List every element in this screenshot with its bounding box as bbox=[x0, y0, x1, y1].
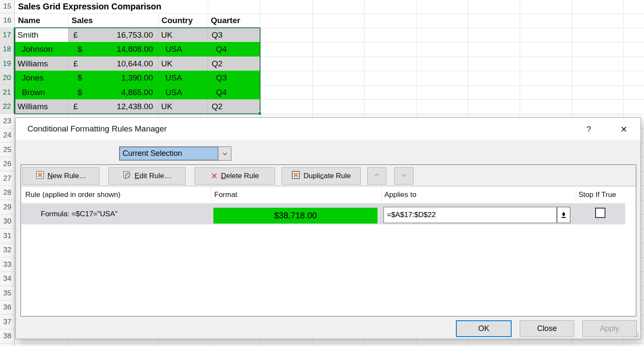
row-header-21[interactable]: 21 bbox=[0, 85, 15, 100]
cell-sales[interactable]: £10,644.00 bbox=[69, 57, 159, 71]
new-rule-button[interactable]: New Rule… bbox=[22, 167, 99, 185]
row-header-16[interactable]: 16 bbox=[0, 13, 15, 28]
row-header-35[interactable]: 35 bbox=[0, 286, 15, 301]
edit-pencil-icon bbox=[123, 171, 132, 181]
currency-symbol: $ bbox=[78, 73, 82, 83]
conditional-formatting-rules-manager-dialog: Conditional Formatting Rules Manager ? ✕… bbox=[15, 117, 641, 339]
cell-sales[interactable]: $4,865.00 bbox=[69, 85, 159, 100]
cell-name[interactable]: Brown bbox=[15, 85, 69, 100]
row-header-27[interactable]: 27 bbox=[0, 171, 15, 186]
cell-name[interactable]: Smith bbox=[15, 28, 69, 42]
cell-country[interactable]: UK bbox=[159, 99, 208, 114]
cell-sheet-title[interactable]: Sales Grid Expression Comparison bbox=[15, 0, 208, 13]
row-header-29[interactable]: 29 bbox=[0, 200, 15, 215]
row-header-24[interactable]: 24 bbox=[0, 128, 15, 143]
cell-sales[interactable]: $1,390.00 bbox=[69, 71, 159, 85]
cell-name[interactable]: Williams bbox=[15, 57, 69, 71]
chevron-down-icon[interactable] bbox=[218, 147, 231, 160]
resize-grip-icon[interactable] bbox=[634, 332, 639, 340]
row-header-37[interactable]: 37 bbox=[0, 315, 15, 329]
dialog-title: Conditional Formatting Rules Manager bbox=[27, 124, 167, 134]
button-label: Duplicate Rule bbox=[303, 172, 351, 180]
row-header-31[interactable]: 31 bbox=[0, 229, 15, 243]
row-header-18[interactable]: 18 bbox=[0, 42, 15, 57]
row-header-19[interactable]: 19 bbox=[0, 57, 15, 71]
cell-name[interactable]: Jones bbox=[15, 71, 69, 85]
row-header-32[interactable]: 32 bbox=[0, 243, 15, 257]
edit-rule-button[interactable]: Edit Rule… bbox=[108, 167, 186, 185]
scope-dropdown-value: Current Selection bbox=[120, 147, 218, 160]
currency-symbol: $ bbox=[78, 88, 82, 97]
help-button[interactable]: ? bbox=[581, 123, 596, 136]
rules-toolbar: New Rule… Edit Rule… ✕ Delete Rule D bbox=[21, 165, 636, 186]
apply-button-disabled: Apply bbox=[582, 320, 637, 337]
stop-if-true-checkbox[interactable] bbox=[595, 208, 605, 218]
amount-value: 1,390.00 bbox=[121, 73, 153, 83]
cell-name[interactable]: Johnson bbox=[15, 42, 69, 57]
cell-header-country[interactable]: Country bbox=[159, 13, 208, 27]
row-header-15[interactable]: 15 bbox=[0, 0, 15, 13]
row-header-25[interactable]: 25 bbox=[0, 143, 15, 157]
row-header-28[interactable]: 28 bbox=[0, 185, 15, 200]
rule-row[interactable]: Formula: =$C17="USA" $38,718.00 bbox=[21, 203, 625, 224]
move-rule-up-button[interactable] bbox=[367, 167, 386, 185]
row-header-20[interactable]: 20 bbox=[0, 71, 15, 85]
cell-name[interactable]: Williams bbox=[15, 99, 69, 114]
button-label: Edit Rule… bbox=[135, 172, 171, 180]
row-header-column: 1516171819202122232425262728293031323334… bbox=[0, 0, 15, 346]
column-header-rule: Rule (applied in order shown) bbox=[25, 186, 120, 203]
gridline bbox=[0, 343, 644, 344]
applies-to-input[interactable] bbox=[383, 207, 557, 223]
row-header-22[interactable]: 22 bbox=[0, 99, 15, 114]
cell-quarter[interactable]: Q3 bbox=[208, 28, 260, 42]
row-header-34[interactable]: 34 bbox=[0, 271, 15, 286]
row-header-36[interactable]: 36 bbox=[0, 300, 15, 315]
column-header-stop-if-true: Stop If True bbox=[578, 186, 616, 203]
header-separator bbox=[211, 188, 211, 202]
red-x-icon: ✕ bbox=[211, 172, 218, 180]
ok-button[interactable]: OK bbox=[456, 320, 512, 337]
currency-symbol: £ bbox=[73, 30, 78, 40]
cell-sales[interactable]: £16,753.00 bbox=[69, 28, 159, 42]
excel-application: 1516171819202122232425262728293031323334… bbox=[0, 0, 644, 346]
scope-dropdown[interactable]: Current Selection bbox=[119, 146, 231, 161]
cell-sales[interactable]: £12,438.00 bbox=[69, 99, 159, 114]
selection-fill-handle[interactable] bbox=[258, 112, 261, 115]
row-header-26[interactable]: 26 bbox=[0, 157, 15, 171]
dialog-title-bar[interactable]: Conditional Formatting Rules Manager ? ✕ bbox=[16, 118, 641, 140]
table-grid-icon bbox=[36, 171, 45, 181]
button-label: Delete Rule bbox=[221, 172, 259, 180]
chevron-up-icon bbox=[373, 171, 381, 181]
currency-symbol: $ bbox=[78, 45, 82, 54]
cell-header-name[interactable]: Name bbox=[15, 13, 69, 27]
header-separator bbox=[381, 188, 382, 202]
cell-quarter[interactable]: Q2 bbox=[208, 99, 260, 114]
cell-country[interactable]: USA bbox=[159, 85, 208, 100]
cell-quarter[interactable]: Q4 bbox=[208, 42, 260, 57]
cell-country[interactable]: USA bbox=[159, 42, 208, 57]
close-dialog-button[interactable]: ✕ bbox=[617, 123, 631, 136]
cell-country[interactable]: USA bbox=[159, 71, 208, 85]
row-header-17[interactable]: 17 bbox=[0, 28, 15, 42]
move-rule-down-button[interactable] bbox=[394, 167, 413, 185]
row-header-33[interactable]: 33 bbox=[0, 257, 15, 272]
delete-rule-button[interactable]: ✕ Delete Rule bbox=[195, 167, 275, 185]
amount-value: 12,438.00 bbox=[117, 102, 153, 111]
cell-quarter[interactable]: Q2 bbox=[208, 57, 260, 71]
row-header-38[interactable]: 38 bbox=[0, 329, 15, 343]
row-header-23[interactable]: 23 bbox=[0, 114, 15, 128]
duplicate-rule-button[interactable]: Duplicate Rule bbox=[282, 167, 361, 185]
collapse-range-picker-icon[interactable] bbox=[557, 207, 570, 223]
cell-country[interactable]: UK bbox=[159, 57, 208, 71]
row-header-30[interactable]: 30 bbox=[0, 214, 15, 229]
cell-quarter[interactable]: Q3 bbox=[208, 71, 260, 85]
cell-quarter[interactable]: Q4 bbox=[208, 85, 260, 100]
cell-sales[interactable]: $14,808.00 bbox=[69, 42, 159, 57]
close-button[interactable]: Close bbox=[520, 320, 574, 337]
cell-country[interactable]: UK bbox=[159, 28, 208, 42]
button-label: New Rule… bbox=[48, 172, 87, 180]
chevron-down-icon bbox=[400, 171, 408, 181]
currency-symbol: £ bbox=[73, 59, 78, 69]
cell-header-quarter[interactable]: Quarter bbox=[208, 13, 260, 27]
cell-header-sales[interactable]: Sales bbox=[69, 13, 159, 27]
